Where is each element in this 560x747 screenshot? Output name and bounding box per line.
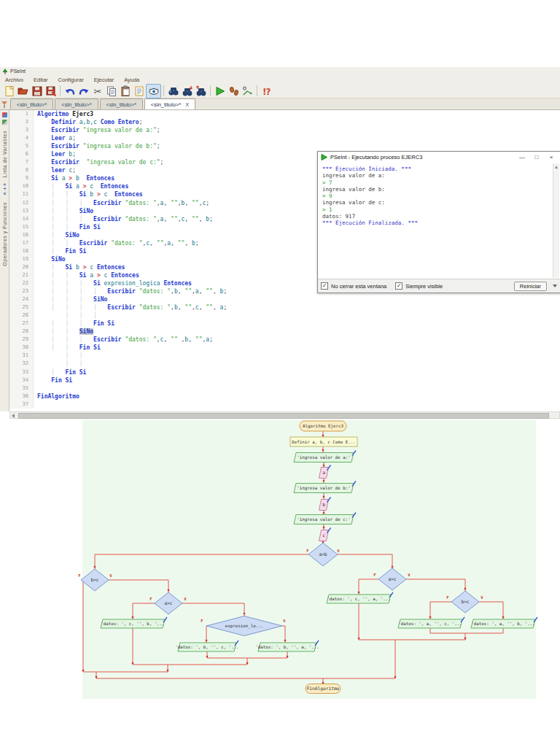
indent-guide: │ │ [37,208,79,214]
copy-icon [106,85,117,97]
document-lines-icon [133,85,145,97]
flow-label-d-ac-left: a>c [164,600,172,605]
code-line: 24 │ │ │ SiNo [9,295,560,303]
code-line: 2 Definir a,b,c Como Entero; [9,118,560,126]
line-number: 24 [9,295,34,303]
flow-junction-dot [322,435,324,436]
help-button[interactable]: !? [260,85,273,98]
console-line: ingresa valor de a: [322,172,556,179]
console-play-icon [321,154,327,160]
branch-label-F: F [78,573,80,578]
indent-guide [37,143,51,150]
flow-junction-dot [132,662,133,664]
flow-junction-dot [358,638,359,639]
indent-guide: │ │ [37,191,79,198]
tab-corner-icon[interactable] [1,100,8,109]
branch-label-F: F [149,597,152,601]
flow-junction-dot [167,670,168,671]
line-number: 17 [9,239,34,247]
indent-guide [37,151,51,158]
indent-guide: │ [37,232,66,239]
menu-ejecutar[interactable]: Ejecutar [89,77,120,83]
console-output[interactable]: *** Ejecución Iniciada. ***ingresa valor… [318,163,560,279]
toolbar-separator [257,85,257,96]
console-titlebar[interactable]: PSeInt - Ejecutando proceso EJERC3 — □ × [318,152,560,163]
always-visible-checkbox[interactable]: ✓ [395,282,402,290]
flow-junction-dot [168,589,169,591]
branch-label-F: F [373,573,376,577]
tab-3[interactable]: <sin_titulo>* [100,98,143,109]
line-number: 36 [9,392,34,400]
tab-4[interactable]: <sin_titulo>*X [144,98,195,109]
flow-edge [81,580,83,672]
flow-label-leaf-ac: 'datos: ', a, '', c, '... [398,622,462,626]
binoculars-icon [168,85,179,97]
indent-guide: │ │ │ [37,312,97,319]
line-number: 11 [9,190,34,198]
flow-junction-dot [132,616,133,618]
scroll-left-arrow-icon[interactable] [12,414,15,418]
minimize-button[interactable]: — [516,153,528,161]
open-folder-icon [18,85,29,97]
restart-button[interactable]: Reiniciar [514,282,547,291]
line-number: 32 [9,360,34,368]
line-number: 34 [9,376,34,384]
line-number: 37 [9,400,34,409]
run-button[interactable] [213,85,227,98]
maximize-button[interactable]: □ [531,153,542,161]
scroll-up-arrow-icon[interactable] [555,166,558,169]
indent-guide [37,377,51,384]
flow-junction-dot [464,638,466,639]
tab-1[interactable]: <sin_titulo>* [10,98,53,109]
scrollbar-thumb[interactable] [18,413,549,419]
indent-guide [37,167,51,174]
run-step-button[interactable] [227,85,241,98]
flow-junction-dot [206,640,207,641]
console-scrollbar[interactable] [553,163,559,278]
menu-ayuda[interactable]: Ayuda [119,77,144,83]
flow-label-leaf-bc: 'datos: ', b, '', c, '... [175,645,238,649]
line-number: 22 [9,279,34,287]
console-window[interactable]: PSeInt - Ejecutando proceso EJERC3 — □ ×… [317,151,560,293]
code-line: 4 Leer a; [9,134,560,142]
menu-archivo[interactable]: Archivo [0,77,28,83]
flow-label-out-c: 'ingresa valor de c:' [297,517,350,522]
indent-guide: │ [37,248,66,255]
no-close-checkbox[interactable]: ✓ [321,282,328,290]
flow-junction-dot [323,512,324,514]
flow-label-leaf-cb: 'datos: ', c, '', b, '... [101,622,164,626]
chevron-down-icon[interactable] [553,285,557,287]
editor-hscrollbar[interactable] [9,411,560,419]
indent-guide: │ │ [37,328,79,335]
help-icon: !? [261,85,273,97]
dock-tab-variables[interactable]: Lista de Variables [2,131,7,177]
menu-configurar[interactable]: Configurar [53,77,89,83]
tab-label: <sin_titulo>* [17,101,47,108]
console-line: ingresa valor de c: [322,199,556,206]
close-button[interactable]: × [545,153,557,161]
indent-guide [37,256,51,263]
dock-refresh-icon[interactable] [2,120,7,125]
console-line: ingresa valor de b: [322,186,556,193]
find-next-button[interactable] [194,85,208,98]
dock-tab-operators[interactable]: Operadores y Funciones [2,202,7,266]
tab-bar: <sin_titulo>*<sin_titulo>*<sin_titulo>*<… [0,98,560,110]
tab-2[interactable]: <sin_titulo>* [55,98,98,109]
console-line: *** Ejecución Finalizada. *** [322,220,556,226]
paste-clipboard-icon [120,85,131,97]
flow-junction-dot [323,480,324,481]
code-line: 25 │ │ │ │ Escribir "datos: ",b, "",c, "… [9,303,560,311]
tab-close-icon[interactable]: X [185,101,189,108]
indent-guide: │ │ │ [37,320,93,327]
indent-guide: │ │ [37,272,79,279]
menu-editar[interactable]: Editar [28,77,53,83]
tab-strip: <sin_titulo>*<sin_titulo>*<sin_titulo>*<… [9,96,195,110]
code-line: 34 Fin Si [9,376,560,384]
dock-pin-icon[interactable] [2,112,7,117]
indent-guide: │ │ [37,344,79,351]
line-number: 3 [9,126,34,134]
new-file-icon [4,85,15,97]
run-speed-button[interactable] [241,85,254,98]
console-line: > 1 [322,206,556,213]
console-line: > 9 [322,193,556,199]
